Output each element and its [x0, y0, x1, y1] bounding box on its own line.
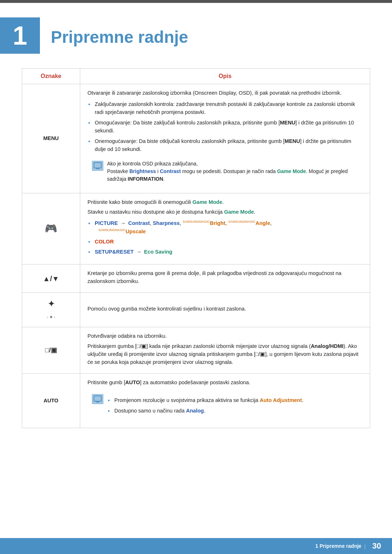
auto-note-content: Promjenom rezolucije u svojstvima prikaz…: [107, 393, 303, 418]
monitor-desc-1: Potvrđivanje odabira na izborniku.: [87, 332, 363, 340]
desc-monitor: Potvrđivanje odabira na izborniku. Priti…: [80, 327, 370, 374]
table-row-auto: AUTO Pritisnite gumb [AUTO] za automatsk…: [22, 374, 370, 428]
monitor-desc-2: Pritiskanjem gumba [□/▣] kada nije prika…: [87, 342, 363, 366]
game-bullet-list: PICTURE → Contrast, Sharpness, SAMSUNGMA…: [87, 219, 363, 256]
label-monitor: □/▣: [22, 327, 80, 374]
chapter-header: 1 Pripremne radnje: [0, 0, 392, 65]
footer-divider: |: [364, 543, 366, 549]
desc-brightness: Pomoću ovog gumba možete kontrolirati sv…: [80, 293, 370, 327]
col-header-opis: Opis: [80, 69, 370, 84]
desc-menu: Otvaranje ili zatvaranje zaslonskog izbo…: [80, 84, 370, 193]
menu-note-box: Ako je kontrola OSD prikaza zaključana, …: [87, 157, 363, 186]
arrows-desc-1: Kretanje po izborniku prema gore ili pre…: [87, 270, 363, 286]
auto-note-bullet-2: Dostupno samo u načinu rada Analog.: [107, 407, 303, 415]
label-sun: ✦◦ ✦ ◦: [22, 293, 80, 327]
game-desc-2: Stavke u nastavku nisu dostupne ako je d…: [87, 208, 363, 216]
footer-chapter-text: 1 Pripremne radnje: [315, 543, 362, 549]
label-menu: MENU: [22, 84, 80, 193]
game-bullet-2: COLOR: [87, 238, 363, 246]
auto-desc-1: Pritisnite gumb [AUTO] za automatsko pod…: [87, 379, 363, 387]
page-footer: 1 Pripremne radnje | 30: [0, 538, 392, 554]
menu-bullet-1: Zaključavanje zaslonskih kontrola: zadrž…: [87, 100, 363, 116]
main-content: Oznake Opis MENU Otvaranje ili zatvaranj…: [0, 68, 392, 450]
menu-bullet-3: Onemogućavanje: Da biste otključali kont…: [87, 137, 363, 153]
desc-auto: Pritisnite gumb [AUTO] za automatsko pod…: [80, 374, 370, 428]
footer-page-number: 30: [372, 541, 381, 551]
table-row-arrows: ▲/▼ Kretanje po izborniku prema gore ili…: [22, 264, 370, 293]
label-arrows: ▲/▼: [22, 264, 80, 293]
table-row-monitor: □/▣ Potvrđivanje odabira na izborniku. P…: [22, 327, 370, 374]
auto-label-text: AUTO: [44, 398, 58, 403]
top-accent-bar: [0, 0, 392, 3]
monitor-icon: □/▣: [45, 346, 57, 354]
label-auto: AUTO: [22, 374, 80, 428]
desc-gamemode: Pritisnite kako biste omogućili ili onem…: [80, 193, 370, 264]
info-table: Oznake Opis MENU Otvaranje ili zatvaranj…: [22, 68, 370, 428]
menu-note-text: Ako je kontrola OSD prikaza zaključana, …: [107, 160, 358, 183]
note-icon-menu: [92, 161, 103, 171]
table-row-brightness: ✦◦ ✦ ◦ Pomoću ovog gumba možete kontroli…: [22, 293, 370, 327]
svg-rect-0: [94, 163, 101, 168]
sun-icon: ✦◦ ✦ ◦: [47, 299, 55, 320]
auto-note-bullets: Promjenom rezolucije u svojstvima prikaz…: [107, 396, 303, 415]
table-row-gamemode: 🎮 Pritisnite kako biste omogućili ili on…: [22, 193, 370, 264]
brightness-desc-1: Pomoću ovog gumba možete kontrolirati sv…: [87, 305, 363, 313]
arrows-icon: ▲/▼: [43, 275, 59, 283]
svg-rect-3: [94, 396, 101, 401]
chapter-title: Pripremne radnje: [51, 15, 188, 47]
note-icon-auto: [92, 394, 103, 404]
game-bullet-3: SETUP&RESET → Eco Saving: [87, 248, 363, 256]
menu-desc-1: Otvaranje ili zatvaranje zaslonskog izbo…: [87, 89, 363, 97]
col-header-oznake: Oznake: [22, 69, 80, 84]
auto-note-bullet-1: Promjenom rezolucije u svojstvima prikaz…: [107, 396, 303, 404]
chapter-number: 1: [13, 22, 27, 49]
chapter-number-block: 1: [0, 17, 40, 54]
menu-bullet-2: Omogućavanje: Da biste zaključali kontro…: [87, 119, 363, 135]
game-desc-1: Pritisnite kako biste omogućili ili onem…: [87, 198, 363, 206]
menu-bullet-list: Zaključavanje zaslonskih kontrola: zadrž…: [87, 100, 363, 153]
desc-arrows: Kretanje po izborniku prema gore ili pre…: [80, 264, 370, 293]
gamepad-icon: 🎮: [45, 223, 57, 234]
label-gamepad: 🎮: [22, 193, 80, 264]
menu-label-text: MENU: [43, 135, 59, 141]
table-row-menu: MENU Otvaranje ili zatvaranje zaslonskog…: [22, 84, 370, 193]
game-bullet-1: PICTURE → Contrast, Sharpness, SAMSUNGMA…: [87, 219, 363, 235]
auto-note-box: Promjenom rezolucije u svojstvima prikaz…: [87, 390, 363, 420]
